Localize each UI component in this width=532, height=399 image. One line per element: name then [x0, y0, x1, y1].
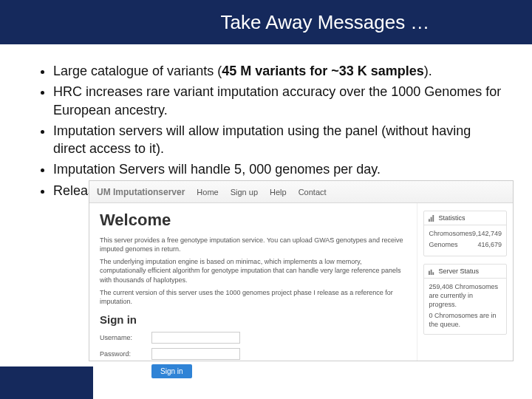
- nav-signup[interactable]: Sign up: [231, 188, 258, 197]
- nav-help[interactable]: Help: [270, 188, 287, 197]
- svg-rect-0: [429, 219, 430, 222]
- signin-button[interactable]: Sign in: [151, 364, 192, 378]
- navbar: UM Imputationserver Home Sign up Help Co…: [89, 181, 513, 203]
- list-item: Imputation servers will allow imputation…: [53, 122, 505, 158]
- svg-rect-1: [431, 216, 432, 221]
- svg-rect-2: [433, 215, 434, 222]
- welcome-paragraph: The current version of this server uses …: [100, 288, 406, 306]
- status-body: 259,408 Chromosomes are currently in pro…: [424, 279, 506, 333]
- stats-card: Statistics Chromosomes9,142,749 Genomes4…: [423, 211, 507, 256]
- stats-icon: [429, 215, 435, 222]
- brand-text: UM Imputationserver: [97, 187, 185, 197]
- svg-rect-5: [433, 272, 434, 275]
- stat-row: Chromosomes9,142,749: [429, 230, 502, 239]
- password-input[interactable]: [151, 348, 240, 360]
- panel-left: Welcome This server provides a free geno…: [89, 203, 417, 361]
- corner-bar: [0, 366, 93, 399]
- slide-title: Take Away Messages …: [221, 11, 430, 34]
- signin-heading: Sign in: [100, 313, 406, 326]
- username-input[interactable]: [151, 332, 240, 344]
- status-line: 259,408 Chromosomes are currently in pro…: [429, 283, 502, 309]
- stats-body: Chromosomes9,142,749 Genomes416,679: [424, 225, 506, 256]
- stats-heading: Statistics: [424, 211, 506, 225]
- title-bar: Take Away Messages …: [0, 0, 532, 44]
- list-item: Large catalogue of variants (45 M varian…: [53, 62, 505, 80]
- svg-rect-4: [431, 270, 432, 275]
- status-heading: Server Status: [424, 265, 506, 279]
- embedded-screenshot: UM Imputationserver Home Sign up Help Co…: [89, 180, 514, 361]
- list-item: Imputation Servers will handle 5, 000 ge…: [53, 160, 505, 178]
- welcome-paragraph: The underlying imputation engine is base…: [100, 257, 406, 284]
- svg-rect-3: [429, 270, 430, 274]
- welcome-paragraph: This server provides a free genotype imp…: [100, 236, 406, 253]
- username-label: Username:: [100, 334, 151, 341]
- slide: Take Away Messages … Large catalogue of …: [0, 0, 532, 399]
- nav-home[interactable]: Home: [197, 188, 218, 197]
- nav-contact[interactable]: Contact: [299, 188, 327, 197]
- status-line: 0 Chromosomes are in the queue.: [429, 312, 502, 329]
- list-item: HRC increases rare variant imputation ac…: [53, 83, 505, 119]
- username-row: Username:: [100, 332, 406, 344]
- status-icon: [429, 268, 435, 275]
- password-label: Password:: [100, 350, 151, 358]
- status-card: Server Status 259,408 Chromosomes are cu…: [423, 264, 507, 334]
- password-row: Password:: [100, 348, 406, 360]
- panel-body: Welcome This server provides a free geno…: [89, 203, 513, 361]
- stat-row: Genomes416,679: [429, 241, 502, 250]
- welcome-heading: Welcome: [100, 211, 406, 230]
- panel-right: Statistics Chromosomes9,142,749 Genomes4…: [417, 203, 513, 361]
